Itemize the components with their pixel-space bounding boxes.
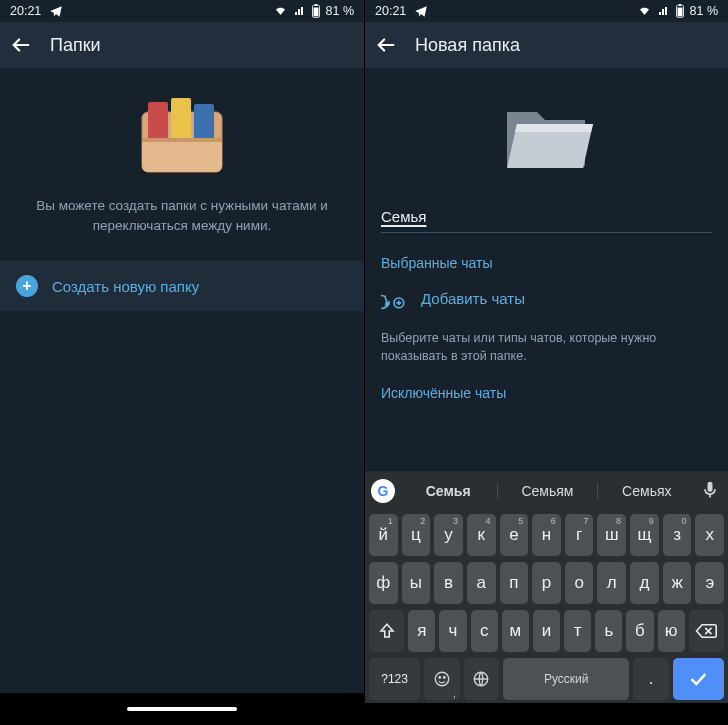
key-х[interactable]: х (695, 514, 724, 556)
key-row-1: й1ц2у3к4е5н6г7ш8щ9з0х (365, 511, 728, 559)
key-ш[interactable]: ш8 (597, 514, 626, 556)
phone-right: 20:21 81 % Новая папка (364, 0, 728, 725)
key-б[interactable]: б (626, 610, 653, 652)
statusbar: 20:21 81 % (0, 0, 364, 22)
key-ж[interactable]: ж (663, 562, 692, 604)
key-п[interactable]: п (500, 562, 529, 604)
body: Семья Выбранные чаты Добавить чаты Выбер… (365, 68, 728, 471)
telegram-icon (414, 4, 428, 18)
key-т[interactable]: т (564, 610, 591, 652)
bottom-black-bar (365, 703, 728, 725)
key-с[interactable]: с (471, 610, 498, 652)
key-ю[interactable]: ю (658, 610, 685, 652)
app-header: Новая папка (365, 22, 728, 68)
google-icon[interactable]: G (371, 479, 395, 503)
signal-icon (657, 5, 670, 17)
telegram-icon (49, 4, 63, 18)
key-и[interactable]: и (533, 610, 560, 652)
key-ы[interactable]: ы (402, 562, 431, 604)
page-title: Папки (50, 35, 101, 56)
back-button[interactable] (10, 34, 32, 56)
section-excluded-title: Исключённые чаты (381, 385, 712, 401)
period-key[interactable]: . (633, 658, 668, 700)
create-folder-label: Создать новую папку (52, 278, 199, 295)
svg-rect-2 (313, 8, 318, 17)
keyboard: G Семья Семьям Семьях й1ц2у3к4е5н6г7ш8щ9… (365, 471, 728, 703)
svg-rect-9 (142, 138, 222, 142)
battery-icon (675, 4, 685, 18)
key-row-3: ячсмитьбю (365, 607, 728, 655)
key-м[interactable]: м (502, 610, 529, 652)
page-title: Новая папка (415, 35, 520, 56)
key-щ[interactable]: щ9 (630, 514, 659, 556)
key-э[interactable]: э (695, 562, 724, 604)
key-й[interactable]: й1 (369, 514, 398, 556)
key-р[interactable]: р (532, 562, 561, 604)
body: Вы можете создать папки с нужными чатами… (0, 68, 364, 693)
key-г[interactable]: г7 (565, 514, 594, 556)
mic-icon[interactable] (700, 480, 722, 502)
svg-point-15 (439, 677, 441, 679)
suggestion-3[interactable]: Семьях (597, 483, 696, 499)
statusbar: 20:21 81 % (365, 0, 728, 22)
key-л[interactable]: л (597, 562, 626, 604)
hero: Вы можете создать папки с нужными чатами… (0, 68, 364, 255)
key-я[interactable]: я (408, 610, 435, 652)
numeric-key[interactable]: ?123 (369, 658, 420, 700)
svg-rect-8 (142, 138, 222, 172)
svg-rect-1 (314, 4, 317, 5)
status-battery: 81 % (326, 4, 355, 18)
key-ф[interactable]: ф (369, 562, 398, 604)
status-time: 20:21 (10, 4, 41, 18)
key-row-2: фывапролджэ (365, 559, 728, 607)
suggestion-2[interactable]: Семьям (497, 483, 596, 499)
create-folder-row[interactable]: + Создать новую папку (0, 261, 364, 311)
key-ь[interactable]: ь (595, 610, 622, 652)
key-у[interactable]: у3 (434, 514, 463, 556)
hero (365, 68, 728, 194)
included-hint: Выберите чаты или типы чатов, которые ну… (381, 329, 712, 365)
open-folder-icon (497, 94, 597, 176)
backspace-key[interactable] (689, 610, 724, 652)
key-к[interactable]: к4 (467, 514, 496, 556)
key-в[interactable]: в (434, 562, 463, 604)
add-chats-row[interactable]: Добавить чаты (381, 285, 712, 311)
emoji-key[interactable]: , (424, 658, 459, 700)
folder-name-input[interactable]: Семья (381, 208, 712, 233)
chat-add-icon (381, 285, 407, 311)
status-battery: 81 % (690, 4, 719, 18)
wifi-icon (637, 5, 652, 17)
key-н[interactable]: н6 (532, 514, 561, 556)
wifi-icon (273, 5, 288, 17)
globe-key[interactable] (464, 658, 499, 700)
key-ц[interactable]: ц2 (402, 514, 431, 556)
key-о[interactable]: о (565, 562, 594, 604)
back-button[interactable] (375, 34, 397, 56)
svg-point-14 (435, 672, 449, 686)
shift-key[interactable] (369, 610, 404, 652)
add-chats-label: Добавить чаты (421, 290, 525, 307)
space-key[interactable]: Русский (503, 658, 629, 700)
section-included-title: Выбранные чаты (381, 255, 712, 271)
name-section: Семья Выбранные чаты Добавить чаты Выбер… (365, 194, 728, 405)
gesture-bar (0, 693, 364, 725)
key-е[interactable]: е5 (500, 514, 529, 556)
suggestion-1[interactable]: Семья (399, 483, 497, 499)
key-ч[interactable]: ч (439, 610, 466, 652)
svg-point-16 (443, 677, 445, 679)
nav-pill (127, 707, 237, 711)
key-з[interactable]: з0 (663, 514, 692, 556)
plus-icon: + (16, 275, 38, 297)
svg-rect-12 (677, 8, 682, 17)
key-row-4: ?123 , Русский . (365, 655, 728, 703)
key-д[interactable]: д (630, 562, 659, 604)
enter-key[interactable] (673, 658, 724, 700)
suggestion-bar: G Семья Семьям Семьях (365, 471, 728, 511)
app-header: Папки (0, 22, 364, 68)
phone-left: 20:21 81 % Папки (0, 0, 364, 725)
battery-icon (311, 4, 321, 18)
folder-box-icon (134, 94, 230, 180)
svg-rect-11 (678, 4, 681, 5)
hero-text: Вы можете создать папки с нужными чатами… (36, 196, 328, 235)
key-а[interactable]: а (467, 562, 496, 604)
